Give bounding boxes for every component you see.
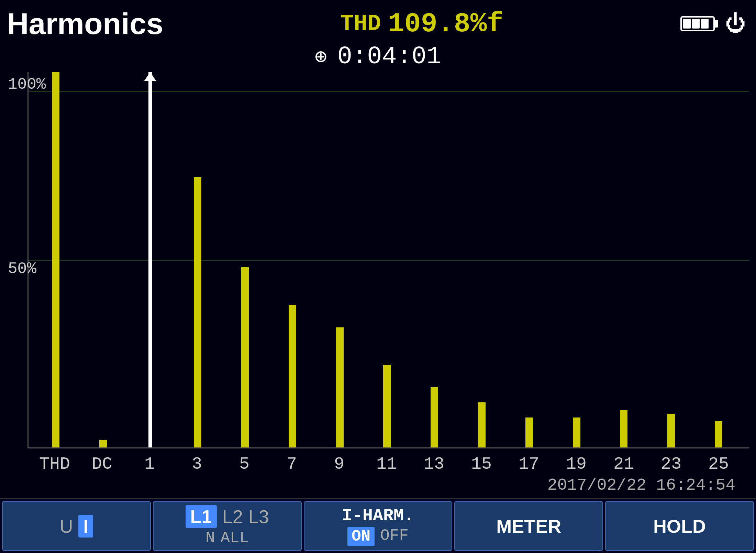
x-label-group-23: 23 (647, 452, 695, 476)
battery-body (680, 16, 715, 31)
x-label-3: 3 (192, 454, 202, 474)
x-label-5: 5 (239, 454, 249, 474)
iharm-on: ON (347, 527, 375, 546)
channel-row2: N ALL (205, 529, 249, 547)
y-label-50: 50% (8, 260, 27, 278)
channel-button[interactable]: L1 L2 L3 N ALL (153, 501, 302, 551)
bar-group-23 (647, 72, 695, 447)
iharm-row: ON OFF (347, 527, 409, 546)
u-label: U (59, 516, 73, 537)
bars-wrapper (29, 72, 749, 447)
chart-area: 100% 50% THDDC135791113151719212325 2017… (7, 72, 749, 498)
toolbar: U I L1 L2 L3 N ALL I-HARM. ON OFF (0, 498, 756, 553)
x-label-7: 7 (287, 454, 297, 474)
meter-button[interactable]: METER (454, 501, 603, 551)
header: Harmonics THD 109.8%f ⏻ (0, 0, 756, 45)
bar-13 (431, 387, 438, 447)
x-label-DC: DC (92, 454, 112, 474)
y-axis: 100% 50% (8, 72, 27, 447)
thd-value: 109.8%f (388, 8, 503, 40)
meter-label: METER (496, 516, 561, 537)
bar-group-3 (174, 72, 221, 447)
x-label-group-17: 17 (505, 452, 553, 476)
bar-19 (573, 418, 580, 447)
timestamp: 0:04:01 (337, 43, 441, 71)
bar-arrow-marker (144, 72, 156, 81)
battery-seg-2 (692, 19, 700, 29)
battery-seg-3 (701, 19, 709, 29)
hold-label: HOLD (653, 516, 706, 537)
x-label-group-25: 25 (695, 452, 742, 476)
power-plug-icon: ⏻ (725, 11, 746, 36)
bar-17 (525, 418, 533, 447)
x-label-1: 1 (144, 454, 155, 474)
x-label-19: 19 (566, 454, 587, 474)
date-stamp: 2017/02/22 16:24:54 (7, 476, 749, 498)
all-label: ALL (221, 529, 249, 547)
bar-group-15 (458, 72, 505, 447)
thd-header: THD 109.8%f (163, 8, 680, 40)
bar-group-1 (127, 72, 174, 447)
bar-group-THD (32, 72, 79, 447)
thd-label: THD (340, 11, 381, 37)
battery-icon (680, 16, 715, 31)
x-label-group-11: 11 (363, 452, 410, 476)
bar-25 (715, 421, 722, 447)
x-label-23: 23 (661, 454, 681, 474)
x-label-group-9: 9 (315, 452, 363, 476)
bar-21 (620, 410, 627, 447)
bar-group-19 (553, 72, 600, 447)
x-label-group-7: 7 (268, 452, 315, 476)
bar-group-11 (364, 72, 411, 447)
page-title: Harmonics (7, 6, 163, 41)
clock-icon: ⊕ (315, 44, 327, 69)
iharm-button[interactable]: I-HARM. ON OFF (304, 501, 453, 551)
header-right: ⏻ (680, 11, 746, 36)
bar-THD (52, 72, 59, 447)
bar-9 (336, 327, 344, 447)
bar-group-9 (316, 72, 364, 447)
bar-group-13 (411, 72, 458, 447)
ui-row: U I (59, 515, 93, 538)
x-label-group-5: 5 (221, 452, 268, 476)
bar-3 (194, 177, 201, 447)
l2-label: L2 (222, 506, 243, 527)
battery-seg-1 (683, 19, 691, 29)
bar-group-7 (269, 72, 316, 447)
ui-button[interactable]: U I (2, 501, 151, 551)
iharm-content: I-HARM. ON OFF (342, 506, 414, 546)
bar-11 (383, 365, 391, 447)
hold-button[interactable]: HOLD (605, 501, 754, 551)
x-label-9: 9 (334, 454, 344, 474)
timestamp-row: ⊕ 0:04:01 (0, 45, 756, 72)
x-label-THD: THD (39, 454, 70, 474)
bar-group-17 (505, 72, 553, 447)
bar-group-21 (600, 72, 648, 447)
bar-23 (667, 414, 675, 447)
x-label-17: 17 (519, 454, 539, 474)
bar-DC (99, 440, 107, 447)
bar-group-25 (695, 72, 742, 447)
x-label-group-15: 15 (458, 452, 505, 476)
x-label-group-DC: DC (78, 452, 126, 476)
x-label-group-21: 21 (600, 452, 647, 476)
bar-group-5 (221, 72, 269, 447)
x-axis: THDDC135791113151719212325 (27, 452, 749, 476)
x-label-15: 15 (471, 454, 492, 474)
bar-1 (148, 72, 152, 447)
iharm-off: OFF (380, 527, 409, 546)
x-label-group-19: 19 (553, 452, 600, 476)
l3-label: L3 (248, 506, 269, 527)
x-label-13: 13 (424, 454, 444, 474)
x-label-group-3: 3 (173, 452, 221, 476)
bar-7 (289, 305, 296, 447)
screen: Harmonics THD 109.8%f ⏻ ⊕ 0:04:01 100% (0, 0, 756, 553)
bar-15 (478, 402, 486, 447)
iharm-title: I-HARM. (342, 506, 414, 525)
bar-5 (241, 267, 249, 447)
x-label-11: 11 (376, 454, 397, 474)
n-label: N (205, 529, 215, 547)
x-label-group-THD: THD (31, 452, 78, 476)
i-label: I (78, 515, 93, 538)
x-label-group-1: 1 (126, 452, 173, 476)
